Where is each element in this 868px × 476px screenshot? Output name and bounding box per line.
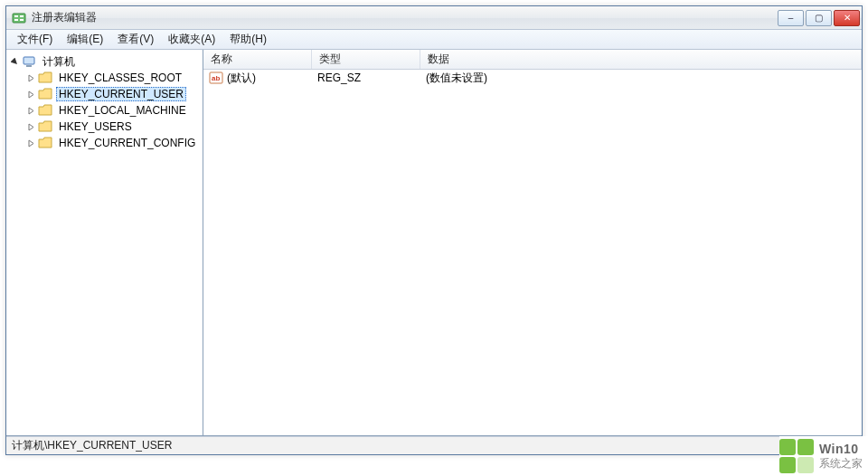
value-data: (数值未设置) xyxy=(426,71,487,86)
folder-icon xyxy=(38,136,52,150)
tree-pane[interactable]: 计算机 HKEY_CLASSES_ROOT HKEY_CURR xyxy=(6,50,203,435)
cell-name: ab (默认) xyxy=(203,71,312,86)
watermark-line1: Win10 xyxy=(819,442,863,456)
minimize-button[interactable]: – xyxy=(778,10,804,26)
title-bar[interactable]: 注册表编辑器 – ▢ ✕ xyxy=(6,6,862,30)
status-bar: 计算机\HKEY_CURRENT_USER xyxy=(6,436,862,454)
menu-favorites[interactable]: 收藏夹(A) xyxy=(161,30,222,49)
logo-square xyxy=(797,457,814,473)
list-header: 名称 类型 数据 xyxy=(203,50,862,70)
svg-rect-1 xyxy=(14,15,18,17)
menu-file[interactable]: 文件(F) xyxy=(10,30,60,49)
column-header-type[interactable]: 类型 xyxy=(312,50,420,69)
column-header-name[interactable]: 名称 xyxy=(203,50,312,69)
svg-rect-5 xyxy=(24,57,34,64)
column-header-data[interactable]: 数据 xyxy=(420,50,862,69)
expander-expand-icon[interactable] xyxy=(26,106,35,115)
tree-item-hkey-current-user[interactable]: HKEY_CURRENT_USER xyxy=(10,86,203,102)
folder-icon xyxy=(38,119,52,134)
window-title: 注册表编辑器 xyxy=(32,10,97,25)
logo-square xyxy=(779,439,796,455)
maximize-button[interactable]: ▢ xyxy=(806,10,832,26)
computer-icon xyxy=(22,54,36,69)
tree-item-label: HKEY_LOCAL_MACHINE xyxy=(56,103,189,118)
folder-icon xyxy=(38,103,52,118)
tree-item-hkey-classes-root[interactable]: HKEY_CLASSES_ROOT xyxy=(10,70,203,86)
svg-rect-6 xyxy=(26,65,32,67)
registry-editor-window: 注册表编辑器 – ▢ ✕ 文件(F) 编辑(E) 查看(V) 收藏夹(A) 帮助… xyxy=(5,5,863,455)
svg-rect-4 xyxy=(20,19,24,21)
expander-expand-icon[interactable] xyxy=(26,138,35,148)
folder-icon xyxy=(38,71,52,85)
tree-root-label: 计算机 xyxy=(40,53,78,71)
cell-type: REG_SZ xyxy=(312,71,420,84)
tree-item-label: HKEY_CLASSES_ROOT xyxy=(56,71,184,85)
cell-data: (数值未设置) xyxy=(420,71,862,86)
svg-rect-0 xyxy=(13,14,25,23)
window-controls: – ▢ ✕ xyxy=(776,10,862,26)
menu-edit[interactable]: 编辑(E) xyxy=(60,30,110,49)
svg-text:ab: ab xyxy=(212,74,220,82)
menu-view[interactable]: 查看(V) xyxy=(110,30,161,49)
watermark-text: Win10 系统之家 xyxy=(819,442,863,471)
tree-item-hkey-local-machine[interactable]: HKEY_LOCAL_MACHINE xyxy=(10,102,203,119)
site-watermark: Win10 系统之家 xyxy=(779,436,868,476)
watermark-logo-icon xyxy=(779,439,814,473)
tree-item-label: HKEY_CURRENT_CONFIG xyxy=(56,136,198,150)
tree-item-label: HKEY_USERS xyxy=(56,119,135,134)
folder-icon xyxy=(38,87,52,101)
logo-square xyxy=(797,439,814,455)
list-row[interactable]: ab (默认) REG_SZ (数值未设置) xyxy=(203,70,862,86)
value-type: REG_SZ xyxy=(317,71,361,84)
svg-rect-3 xyxy=(20,15,24,17)
tree-root-computer[interactable]: 计算机 xyxy=(10,53,203,70)
tree-item-hkey-users[interactable]: HKEY_USERS xyxy=(10,119,203,135)
string-value-icon: ab xyxy=(209,71,223,85)
regedit-app-icon xyxy=(12,11,26,25)
list-body[interactable]: ab (默认) REG_SZ (数值未设置) xyxy=(203,70,862,435)
expander-expand-icon[interactable] xyxy=(26,73,35,82)
expander-expand-icon[interactable] xyxy=(26,90,35,99)
menu-help[interactable]: 帮助(H) xyxy=(222,30,274,49)
svg-rect-2 xyxy=(14,19,18,21)
close-button[interactable]: ✕ xyxy=(834,10,860,26)
watermark-line2: 系统之家 xyxy=(819,456,863,471)
expander-collapse-icon[interactable] xyxy=(10,57,19,66)
value-list-pane: 名称 类型 数据 ab (默认) xyxy=(203,50,862,435)
tree-item-hkey-current-config[interactable]: HKEY_CURRENT_CONFIG xyxy=(10,135,203,151)
tree-item-label: HKEY_CURRENT_USER xyxy=(56,87,186,101)
logo-square xyxy=(779,457,796,473)
client-area: 计算机 HKEY_CLASSES_ROOT HKEY_CURR xyxy=(6,50,862,436)
value-name: (默认) xyxy=(227,71,256,86)
expander-expand-icon[interactable] xyxy=(26,122,35,131)
menu-bar: 文件(F) 编辑(E) 查看(V) 收藏夹(A) 帮助(H) xyxy=(6,30,862,50)
status-path: 计算机\HKEY_CURRENT_USER xyxy=(12,438,172,453)
